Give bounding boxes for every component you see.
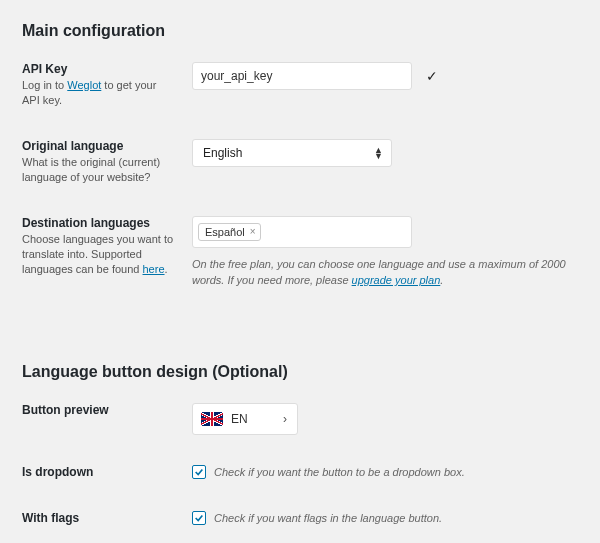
- row-api-key: API Key Log in to Weglot to get your API…: [22, 62, 578, 109]
- api-key-valid-icon: ✓: [426, 68, 438, 84]
- is-dropdown-desc: Check if you want the button to be a dro…: [214, 466, 465, 478]
- original-language-desc: What is the original (current) language …: [22, 155, 176, 186]
- api-key-label: API Key: [22, 62, 176, 76]
- row-is-dropdown: Is dropdown Check if you want the button…: [22, 465, 578, 481]
- original-language-select[interactable]: English ▲▼: [192, 139, 392, 167]
- supported-languages-link[interactable]: here: [143, 263, 165, 275]
- upgrade-plan-link[interactable]: upgrade your plan: [352, 274, 441, 286]
- language-button-code: EN: [231, 412, 248, 426]
- destination-language-tag: Español ×: [198, 223, 261, 241]
- with-flags-desc: Check if you want flags in the language …: [214, 512, 442, 524]
- with-flags-label: With flags: [22, 511, 176, 525]
- section-main-config-title: Main configuration: [22, 22, 578, 40]
- remove-tag-icon[interactable]: ×: [250, 226, 256, 237]
- is-dropdown-checkbox[interactable]: [192, 465, 206, 479]
- check-icon: [194, 467, 204, 477]
- chevron-right-icon: ›: [283, 412, 287, 426]
- row-destination-languages: Destination languages Choose languages y…: [22, 216, 578, 289]
- api-key-input[interactable]: [192, 62, 412, 90]
- row-with-flags: With flags Check if you want flags in th…: [22, 511, 578, 527]
- original-language-value: English: [203, 146, 242, 160]
- with-flags-checkbox[interactable]: [192, 511, 206, 525]
- weglot-link[interactable]: Weglot: [67, 79, 101, 91]
- destination-languages-input[interactable]: Español ×: [192, 216, 412, 248]
- api-key-desc: Log in to Weglot to get your API key.: [22, 78, 176, 109]
- uk-flag-icon: [201, 412, 223, 426]
- section-button-design-title: Language button design (Optional): [22, 363, 578, 381]
- original-language-label: Original language: [22, 139, 176, 153]
- destination-languages-hint: On the free plan, you can choose one lan…: [192, 256, 578, 289]
- destination-languages-label: Destination languages: [22, 216, 176, 230]
- is-dropdown-label: Is dropdown: [22, 465, 176, 479]
- row-button-preview: Button preview EN ›: [22, 403, 578, 435]
- destination-languages-desc: Choose languages you want to translate i…: [22, 232, 176, 278]
- language-button-preview[interactable]: EN ›: [192, 403, 298, 435]
- destination-language-tag-label: Español: [205, 226, 245, 238]
- check-icon: [194, 513, 204, 523]
- select-arrows-icon: ▲▼: [374, 147, 383, 159]
- button-preview-label: Button preview: [22, 403, 176, 417]
- row-original-language: Original language What is the original (…: [22, 139, 578, 186]
